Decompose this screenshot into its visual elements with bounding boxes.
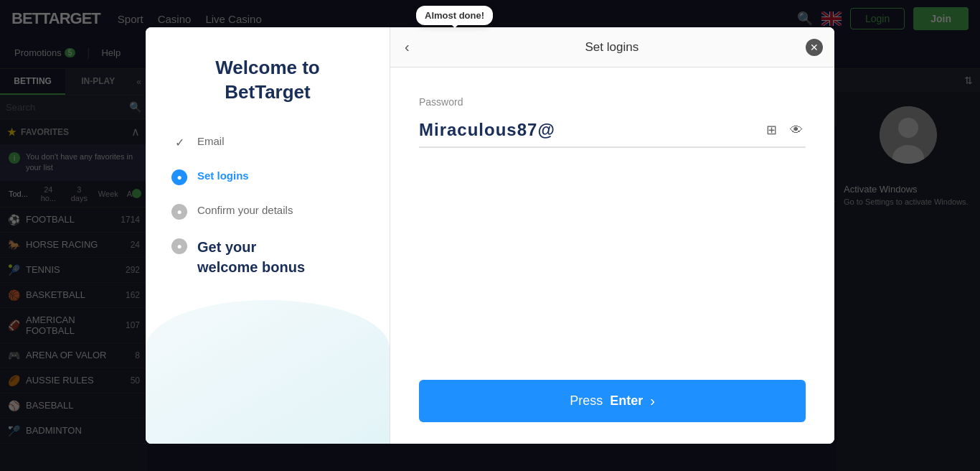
modal-overlay[interactable]: Almost done! ✕ Welcome to BetTarget ✓ Em… bbox=[0, 0, 980, 471]
step-welcome-bonus: ● Get yourwelcome bonus bbox=[171, 237, 364, 277]
password-field: Miraculous87@ ⊞ 👁 bbox=[419, 113, 806, 148]
step-bonus-indicator: ● bbox=[171, 238, 187, 254]
press-enter-regular: Press bbox=[570, 393, 603, 409]
modal-body: Password Miraculous87@ ⊞ 👁 bbox=[390, 67, 834, 365]
step-confirm-label: Confirm your details bbox=[197, 202, 293, 218]
step-set-logins-indicator: ● bbox=[171, 169, 187, 185]
step-set-logins: ● Set logins bbox=[171, 168, 364, 185]
almost-done-tooltip: Almost done! bbox=[416, 6, 493, 25]
step-email-indicator: ✓ bbox=[171, 135, 187, 151]
modal-left-panel: Welcome to BetTarget ✓ Email ● Set login… bbox=[146, 27, 390, 444]
press-enter-bold: Enter bbox=[610, 393, 643, 409]
modal-header: ‹ Set logins bbox=[390, 27, 834, 67]
step-email-label: Email bbox=[197, 134, 225, 149]
chevron-right-icon: › bbox=[650, 393, 655, 409]
press-enter-button[interactable]: Press Enter › bbox=[419, 380, 806, 422]
step-confirm-indicator: ● bbox=[171, 204, 187, 220]
modal-footer: Press Enter › bbox=[390, 365, 834, 444]
password-mask-icon[interactable]: ⊞ bbox=[763, 119, 780, 141]
modal-close-button[interactable]: ✕ bbox=[806, 39, 823, 56]
step-set-logins-label: Set logins bbox=[197, 168, 249, 183]
password-value: Miraculous87@ bbox=[419, 120, 756, 140]
registration-steps: ✓ Email ● Set logins ● Confirm your deta… bbox=[171, 134, 364, 277]
modal-right-panel: ‹ Set logins Password Miraculous87@ ⊞ 👁 … bbox=[390, 27, 834, 444]
modal-welcome-text: Welcome to BetTarget bbox=[171, 56, 364, 105]
step-email: ✓ Email bbox=[171, 134, 364, 151]
step-bonus-label: Get yourwelcome bonus bbox=[197, 237, 305, 277]
modal-back-button[interactable]: ‹ bbox=[405, 39, 410, 55]
registration-modal: ✕ Welcome to BetTarget ✓ Email ● Set log… bbox=[146, 27, 834, 444]
password-visibility-icon[interactable]: 👁 bbox=[787, 120, 806, 141]
password-label: Password bbox=[419, 96, 806, 108]
step-confirm: ● Confirm your details bbox=[171, 202, 364, 220]
modal-title: Set logins bbox=[418, 40, 806, 55]
